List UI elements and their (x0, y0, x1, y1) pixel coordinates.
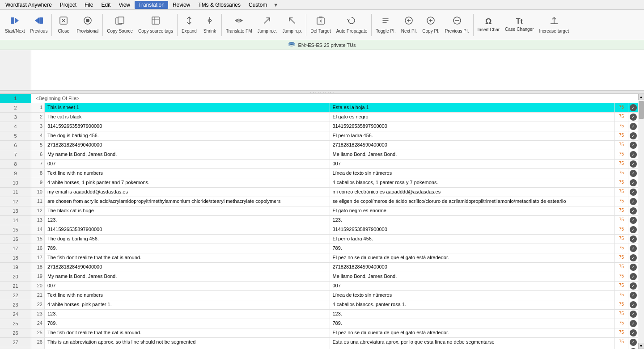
cell-source[interactable]: The cat is black (45, 113, 330, 122)
grid-row[interactable]: 224 white horses. pink panter 1.4 caball… (31, 300, 638, 310)
grid-row[interactable]: 17The fish don't realize that the cat is… (31, 253, 638, 263)
menu-file[interactable]: File (81, 1, 97, 9)
cell-target[interactable]: El perro ladra 456. (330, 131, 615, 140)
grid-row[interactable]: 24789.789.75✓ (31, 319, 638, 328)
grid-row[interactable]: 11are chosen from acrylic acid/acrylamid… (31, 197, 638, 206)
cell-target[interactable]: Me llamo Bond, James Bond. (330, 272, 615, 281)
cell-source[interactable]: The fish don't realize that the cat is a… (45, 253, 330, 262)
grid-row[interactable]: 12The black cat is huge .El gato negro e… (31, 206, 638, 216)
cell-source[interactable]: 27182818284590400000 (45, 141, 330, 150)
start-next-button[interactable]: Start/Next (3, 12, 27, 38)
copy-source-button[interactable]: Copy Source (105, 12, 135, 38)
translation-grid[interactable]: <Beginning Of File> 1This is sheet 1Esta… (31, 94, 638, 349)
shrink-button[interactable]: Shrink (200, 12, 220, 38)
menu-custom[interactable]: Custom (245, 1, 271, 9)
cell-source[interactable]: The dog is barking 456. (45, 235, 330, 244)
cell-target[interactable]: 31415926535897900000 (330, 225, 615, 234)
cell-target[interactable]: 4 caballos blancos, 1 panter rosa y 7 po… (330, 178, 615, 187)
cell-target[interactable]: 123. (330, 216, 615, 225)
grid-row[interactable]: 1This is sheet 1Esta es la hoja 175✓ (31, 103, 638, 113)
cell-target[interactable]: se eligen de copolímeros de ácido acríli… (330, 197, 615, 206)
grid-row[interactable]: 19My name is Bond, James Bond.Me llamo B… (31, 272, 638, 282)
cell-target[interactable]: Esta es la hoja 1 (330, 103, 615, 112)
scroll-thumb[interactable] (639, 101, 644, 119)
case-changer-button[interactable]: Tt Case Changer (503, 12, 536, 38)
cell-target[interactable]: Me llamo Bond, James Bond. (330, 150, 615, 159)
cell-target[interactable]: El gato negro es enorme. (330, 206, 615, 215)
grid-row[interactable]: 8Text line with no numbersLínea de texto… (31, 169, 638, 178)
grid-row[interactable]: 13123.123.75✓ (31, 216, 638, 225)
cell-source[interactable]: 789. (45, 244, 330, 253)
cell-target[interactable]: mi correo electrónico es aaaadddd@asdasd… (330, 188, 615, 197)
grid-row[interactable]: 16789.789.75✓ (31, 244, 638, 253)
auto-propagate-button[interactable]: Auto Propagate (334, 12, 370, 38)
cell-source[interactable]: 31415926535897900000 (45, 122, 330, 131)
custom-dropdown-arrow[interactable]: ▼ (273, 2, 278, 8)
close-button[interactable]: Close (54, 12, 73, 38)
cell-target[interactable]: El perro ladra 456. (330, 235, 615, 244)
scroll-down-arrow[interactable]: ▼ (638, 343, 644, 349)
cell-source[interactable]: my email is aaaadddd@asdasdas.es (45, 188, 330, 197)
cell-source[interactable]: 007 (45, 282, 330, 290)
copy-pi-button[interactable]: Copy PI. (420, 12, 441, 38)
jump-ne-button[interactable]: Jump n.e. (255, 12, 279, 38)
cell-source[interactable]: and I'm on v-street #3 corner with h-str… (45, 347, 330, 349)
cell-source[interactable]: are chosen from acrylic acid/acrylamidop… (45, 197, 330, 206)
editor-content[interactable] (31, 50, 644, 90)
copy-source-tags-button[interactable]: Copy source tags (136, 12, 175, 38)
cell-target[interactable]: Línea de texto sin números (330, 169, 615, 178)
vertical-scrollbar[interactable]: ▲ ▼ (638, 94, 644, 349)
toggle-pi-button[interactable]: Toggle PI. (373, 12, 398, 38)
grid-row[interactable]: 3314159265358979000003141592653589790000… (31, 122, 638, 131)
cell-target[interactable]: 789. (330, 244, 615, 253)
cell-target[interactable]: 007 (330, 282, 615, 290)
translate-fm-button[interactable]: Translate FM (224, 12, 254, 38)
cell-source[interactable]: 27182818284590400000 (45, 263, 330, 272)
cell-target[interactable]: 31415926535897900000 (330, 122, 615, 131)
cell-source[interactable]: This is sheet 1 (45, 103, 330, 112)
grid-row[interactable]: 23123.123.75✓ (31, 310, 638, 319)
increase-target-button[interactable]: Increase target (537, 12, 572, 38)
menu-wordfast[interactable]: Wordfast Anywhere (2, 1, 55, 9)
grid-row[interactable]: 700700775✓ (31, 160, 638, 169)
next-pi-button[interactable]: Next PI. (399, 12, 419, 38)
menu-edit[interactable]: Edit (98, 1, 114, 9)
grid-row[interactable]: 25The fish don't realize that the cat is… (31, 328, 638, 338)
grid-row[interactable]: 27and I'm on v-street #3 corner with h-s… (31, 347, 638, 349)
grid-row[interactable]: 26This is an abbreviation approx. so thi… (31, 338, 638, 347)
cell-source[interactable]: Text line with no numbers (45, 169, 330, 178)
previous-pi-button[interactable]: Previous PI. (443, 12, 471, 38)
grid-row[interactable]: 1827182818284590400000271828182845904000… (31, 263, 638, 272)
grid-row[interactable]: 1431415926535897900000314159265358979000… (31, 225, 638, 235)
cell-source[interactable]: 4 white horses, 1 pink panter and 7 poke… (45, 178, 330, 187)
grid-row[interactable]: 21Text line with no numbersLínea de text… (31, 291, 638, 300)
previous-button[interactable]: Previous (28, 12, 50, 38)
menu-translation[interactable]: Translation (135, 1, 168, 9)
grid-row[interactable]: 15The dog is barking 456.El perro ladra … (31, 235, 638, 244)
del-target-button[interactable]: Del Target (308, 12, 333, 38)
resize-handle[interactable]: · · · · · · · · · · (0, 90, 644, 94)
cell-target[interactable]: 007 (330, 160, 615, 168)
provisional-button[interactable]: Provisional (74, 12, 101, 38)
cell-source[interactable]: The black cat is huge . (45, 206, 330, 215)
cell-source[interactable]: The dog is barking 456. (45, 131, 330, 140)
cell-target[interactable]: 27182818284590400000 (330, 141, 615, 150)
cell-source[interactable]: My name is Bond, James Bond. (45, 272, 330, 281)
menu-review[interactable]: Review (169, 1, 194, 9)
grid-row[interactable]: 6My name is Bond, James Bond.Me llamo Bo… (31, 150, 638, 160)
cell-target[interactable]: y estoy en la v-street #3 esquina con h-… (330, 347, 615, 349)
expand-button[interactable]: Expand (179, 12, 199, 38)
grid-row[interactable]: 2000700775✓ (31, 282, 638, 291)
cell-source[interactable]: 4 white horses. pink panter 1. (45, 300, 330, 309)
menu-tms[interactable]: TMs & Glossaries (195, 1, 244, 9)
cell-target[interactable]: El pez no se da cuenta de que el gato es… (330, 328, 615, 337)
cell-source[interactable]: 31415926535897900000 (45, 225, 330, 234)
menu-project[interactable]: Project (56, 1, 80, 9)
cell-target[interactable]: El gato es negro (330, 113, 615, 122)
cell-source[interactable]: 789. (45, 319, 330, 328)
scroll-up-arrow[interactable]: ▲ (638, 94, 644, 100)
grid-row[interactable]: 2The cat is blackEl gato es negro75✓ (31, 113, 638, 122)
cell-source[interactable]: The fish don't realize that the cat is a… (45, 328, 330, 337)
cell-target[interactable]: El pez no se da cuenta de que el gato es… (330, 253, 615, 262)
cell-source[interactable]: This is an abbreviation approx. so this … (45, 338, 330, 347)
